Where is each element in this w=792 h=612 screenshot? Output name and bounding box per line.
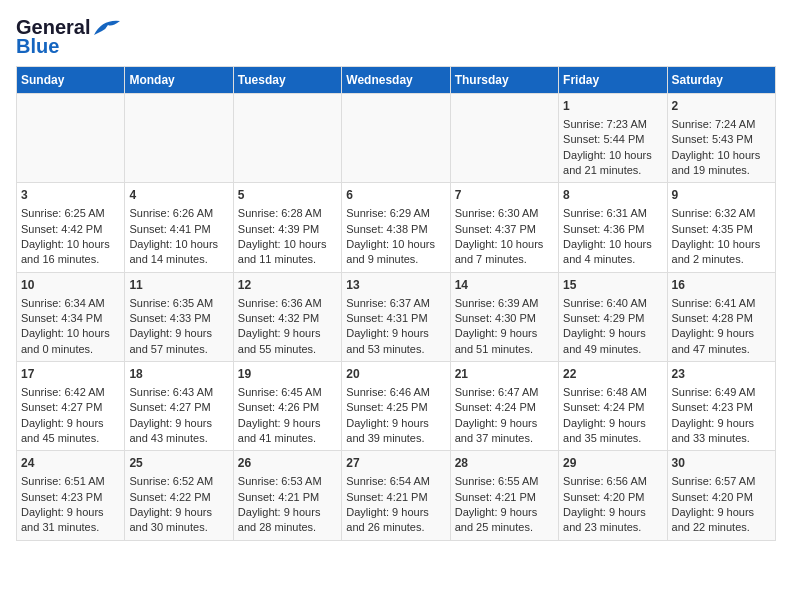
day-number: 26 <box>238 455 337 472</box>
calendar-cell: 12Sunrise: 6:36 AMSunset: 4:32 PMDayligh… <box>233 272 341 361</box>
calendar-table: SundayMondayTuesdayWednesdayThursdayFrid… <box>16 66 776 541</box>
day-number: 29 <box>563 455 662 472</box>
day-number: 9 <box>672 187 771 204</box>
day-detail: and 53 minutes. <box>346 342 445 357</box>
day-detail: and 16 minutes. <box>21 252 120 267</box>
day-detail: Sunrise: 6:26 AM <box>129 206 228 221</box>
day-detail: Daylight: 10 hours <box>129 237 228 252</box>
calendar-cell: 9Sunrise: 6:32 AMSunset: 4:35 PMDaylight… <box>667 183 775 272</box>
calendar-cell: 5Sunrise: 6:28 AMSunset: 4:39 PMDaylight… <box>233 183 341 272</box>
day-detail: Daylight: 10 hours <box>455 237 554 252</box>
calendar-cell: 10Sunrise: 6:34 AMSunset: 4:34 PMDayligh… <box>17 272 125 361</box>
day-detail: Daylight: 9 hours <box>455 416 554 431</box>
day-detail: and 9 minutes. <box>346 252 445 267</box>
day-detail: and 33 minutes. <box>672 431 771 446</box>
day-detail: Daylight: 9 hours <box>238 416 337 431</box>
day-detail: Sunset: 4:39 PM <box>238 222 337 237</box>
calendar-cell: 29Sunrise: 6:56 AMSunset: 4:20 PMDayligh… <box>559 451 667 540</box>
day-detail: Daylight: 10 hours <box>21 237 120 252</box>
day-number: 5 <box>238 187 337 204</box>
day-number: 21 <box>455 366 554 383</box>
day-number: 17 <box>21 366 120 383</box>
calendar-cell: 22Sunrise: 6:48 AMSunset: 4:24 PMDayligh… <box>559 362 667 451</box>
day-detail: Sunset: 4:34 PM <box>21 311 120 326</box>
day-detail: Daylight: 9 hours <box>563 326 662 341</box>
day-number: 18 <box>129 366 228 383</box>
day-detail: and 7 minutes. <box>455 252 554 267</box>
day-detail: Sunset: 4:33 PM <box>129 311 228 326</box>
day-detail: Daylight: 10 hours <box>672 148 771 163</box>
calendar-cell <box>233 94 341 183</box>
day-detail: Sunrise: 6:51 AM <box>21 474 120 489</box>
calendar-cell: 6Sunrise: 6:29 AMSunset: 4:38 PMDaylight… <box>342 183 450 272</box>
calendar-cell: 16Sunrise: 6:41 AMSunset: 4:28 PMDayligh… <box>667 272 775 361</box>
day-detail: Sunset: 4:32 PM <box>238 311 337 326</box>
day-detail: Sunset: 5:43 PM <box>672 132 771 147</box>
day-detail: Sunset: 4:23 PM <box>672 400 771 415</box>
day-detail: and 26 minutes. <box>346 520 445 535</box>
day-detail: and 4 minutes. <box>563 252 662 267</box>
day-number: 7 <box>455 187 554 204</box>
day-number: 4 <box>129 187 228 204</box>
weekday-header-thursday: Thursday <box>450 67 558 94</box>
day-detail: Sunrise: 6:28 AM <box>238 206 337 221</box>
calendar-cell: 8Sunrise: 6:31 AMSunset: 4:36 PMDaylight… <box>559 183 667 272</box>
day-detail: Sunset: 4:37 PM <box>455 222 554 237</box>
day-detail: and 47 minutes. <box>672 342 771 357</box>
day-number: 15 <box>563 277 662 294</box>
weekday-header-monday: Monday <box>125 67 233 94</box>
day-detail: Sunrise: 6:34 AM <box>21 296 120 311</box>
weekday-header-wednesday: Wednesday <box>342 67 450 94</box>
day-detail: Sunrise: 6:49 AM <box>672 385 771 400</box>
day-detail: Sunrise: 6:29 AM <box>346 206 445 221</box>
day-detail: Sunset: 4:21 PM <box>346 490 445 505</box>
day-detail: and 0 minutes. <box>21 342 120 357</box>
day-detail: Daylight: 10 hours <box>21 326 120 341</box>
day-detail: Daylight: 9 hours <box>21 505 120 520</box>
day-detail: and 49 minutes. <box>563 342 662 357</box>
day-number: 14 <box>455 277 554 294</box>
day-detail: Sunset: 4:35 PM <box>672 222 771 237</box>
calendar-cell: 27Sunrise: 6:54 AMSunset: 4:21 PMDayligh… <box>342 451 450 540</box>
day-detail: Sunset: 5:44 PM <box>563 132 662 147</box>
day-detail: Sunset: 4:20 PM <box>563 490 662 505</box>
day-detail: Sunrise: 6:39 AM <box>455 296 554 311</box>
day-detail: Sunrise: 6:31 AM <box>563 206 662 221</box>
day-detail: Sunset: 4:23 PM <box>21 490 120 505</box>
day-detail: Sunset: 4:25 PM <box>346 400 445 415</box>
day-detail: Daylight: 9 hours <box>129 326 228 341</box>
day-number: 1 <box>563 98 662 115</box>
calendar-cell: 23Sunrise: 6:49 AMSunset: 4:23 PMDayligh… <box>667 362 775 451</box>
calendar-cell: 25Sunrise: 6:52 AMSunset: 4:22 PMDayligh… <box>125 451 233 540</box>
day-number: 30 <box>672 455 771 472</box>
day-detail: and 39 minutes. <box>346 431 445 446</box>
day-detail: Sunset: 4:42 PM <box>21 222 120 237</box>
day-detail: Sunrise: 6:55 AM <box>455 474 554 489</box>
day-detail: Sunset: 4:28 PM <box>672 311 771 326</box>
day-detail: Daylight: 9 hours <box>672 416 771 431</box>
weekday-header-saturday: Saturday <box>667 67 775 94</box>
logo-blue: Blue <box>16 35 59 58</box>
day-detail: Daylight: 9 hours <box>346 326 445 341</box>
day-number: 3 <box>21 187 120 204</box>
calendar-cell: 1Sunrise: 7:23 AMSunset: 5:44 PMDaylight… <box>559 94 667 183</box>
day-detail: and 41 minutes. <box>238 431 337 446</box>
calendar-cell: 7Sunrise: 6:30 AMSunset: 4:37 PMDaylight… <box>450 183 558 272</box>
day-detail: Sunset: 4:27 PM <box>21 400 120 415</box>
day-detail: Sunset: 4:26 PM <box>238 400 337 415</box>
weekday-header-tuesday: Tuesday <box>233 67 341 94</box>
day-detail: Sunset: 4:22 PM <box>129 490 228 505</box>
day-detail: Sunrise: 6:32 AM <box>672 206 771 221</box>
day-detail: Daylight: 9 hours <box>238 505 337 520</box>
calendar-cell: 13Sunrise: 6:37 AMSunset: 4:31 PMDayligh… <box>342 272 450 361</box>
calendar-cell <box>125 94 233 183</box>
day-number: 27 <box>346 455 445 472</box>
calendar-cell <box>17 94 125 183</box>
logo-bird-icon <box>92 17 122 39</box>
day-detail: and 35 minutes. <box>563 431 662 446</box>
day-detail: Sunset: 4:31 PM <box>346 311 445 326</box>
day-number: 28 <box>455 455 554 472</box>
day-detail: Sunset: 4:30 PM <box>455 311 554 326</box>
day-detail: Sunrise: 6:30 AM <box>455 206 554 221</box>
day-detail: Sunset: 4:24 PM <box>455 400 554 415</box>
